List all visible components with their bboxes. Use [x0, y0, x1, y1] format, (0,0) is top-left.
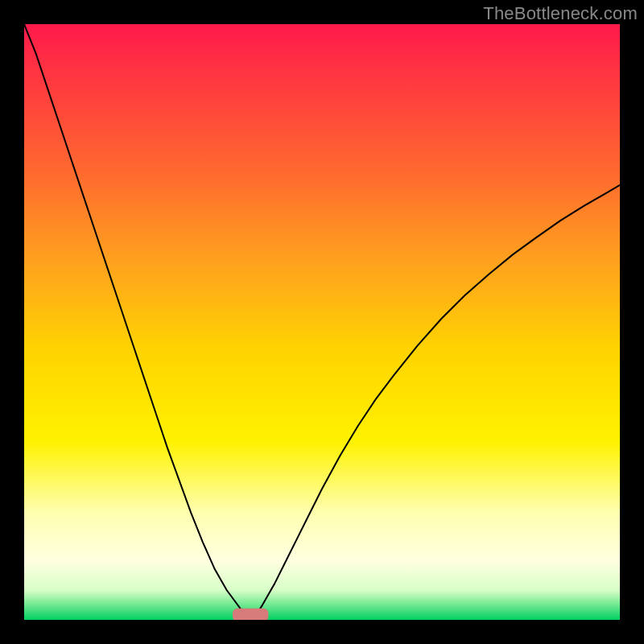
chart-frame: TheBottleneck.com — [0, 0, 644, 644]
watermark-text: TheBottleneck.com — [483, 3, 638, 24]
plot-area — [24, 24, 620, 620]
bottleneck-marker — [233, 609, 268, 620]
gradient-background — [24, 24, 620, 620]
chart-svg — [24, 24, 620, 620]
